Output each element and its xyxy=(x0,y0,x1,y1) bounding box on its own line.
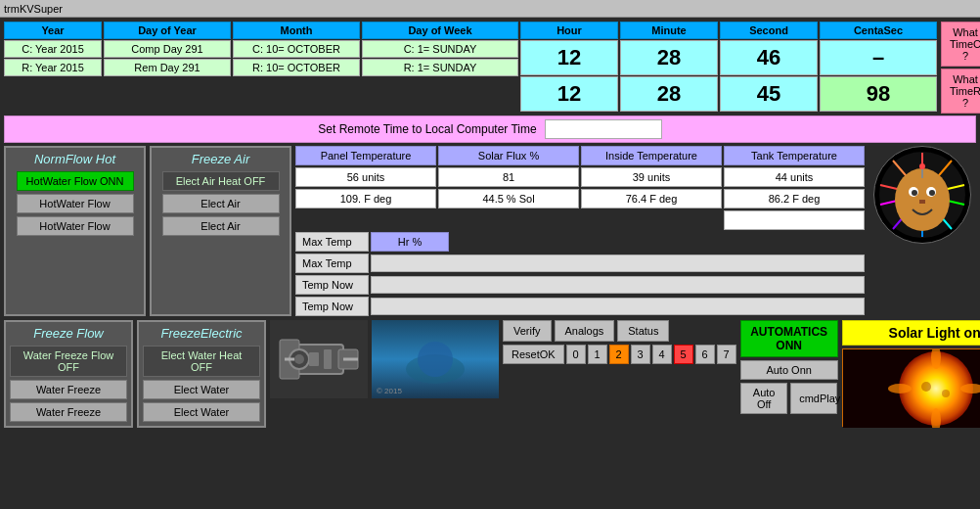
hour-r-value: 12 xyxy=(520,76,618,112)
day-of-week-header: Day of Week xyxy=(362,22,518,39)
hr-bar: Hr % xyxy=(371,232,449,252)
month-c-value: C: 10= OCTOBER xyxy=(233,40,360,58)
num-btn-0[interactable]: 0 xyxy=(566,345,586,364)
num-btn-7[interactable]: 7 xyxy=(717,345,736,364)
engine-icon xyxy=(270,320,368,398)
normflow-status[interactable]: HotWater Flow ONN xyxy=(17,171,134,191)
freeze-electric-panel: FreezeElectric Elect Water Heat OFF Elec… xyxy=(137,320,266,428)
svg-point-14 xyxy=(912,190,917,196)
freeze-air-title: Freeze Air xyxy=(192,152,249,166)
control-btns: Verify Analogs Status xyxy=(503,320,736,342)
hour-c-value: 12 xyxy=(520,40,618,75)
freeze-electric-title: FreezeElectric xyxy=(160,326,242,341)
normflow-title: NormFlow Hot xyxy=(34,152,115,166)
temp-blank-row xyxy=(295,210,865,230)
what-time-r-button[interactable]: What TimeR ? xyxy=(941,69,980,114)
day-of-week-c-value: C: 1= SUNDAY xyxy=(362,40,518,58)
month-header: Month xyxy=(233,22,360,39)
gauge-row-1: Max Temp xyxy=(295,254,865,273)
solar-label: Solar Light on xyxy=(842,320,980,346)
freeze-flow-btn1[interactable]: Water Freeze xyxy=(10,380,127,399)
freeze-air-status[interactable]: Elect Air Heat OFF xyxy=(162,171,280,191)
solar-flux-header: Solar Flux % xyxy=(438,146,579,165)
temp-headers: Panel Temperature Solar Flux % Inside Te… xyxy=(295,146,865,165)
gauge-row-3: Temp Now xyxy=(295,297,865,316)
gauge-label-3: Temp Now xyxy=(295,297,369,316)
cmd-play-button[interactable]: cmdPlay xyxy=(790,383,837,414)
temp-section: Panel Temperature Solar Flux % Inside Te… xyxy=(295,146,865,316)
inside-temp-val1: 39 units xyxy=(581,167,722,187)
month-r-value: R: 10= OCTOBER xyxy=(233,59,360,76)
panel-temp-val1: 56 units xyxy=(295,167,436,187)
num-btn-5[interactable]: 5 xyxy=(674,345,693,364)
year-r-value: R: Year 2015 xyxy=(4,59,102,76)
remote-time-bar: Set Remote Time to Local Computer Time xyxy=(4,116,976,143)
automatics-status: AUTOMATICS ONN xyxy=(740,320,838,357)
what-time-section: What TimeC ? What TimeR ? xyxy=(941,22,980,114)
verify-button[interactable]: Verify xyxy=(503,320,552,342)
hour-col: Hour 12 12 xyxy=(520,22,618,112)
solar-flux-val2: 44.5 % Sol xyxy=(438,189,579,208)
remote-time-label: Set Remote Time to Local Computer Time xyxy=(318,122,536,136)
tank-temp-val2: 86.2 F deg xyxy=(724,189,865,208)
inside-temp-header: Inside Temperature xyxy=(581,146,722,165)
normflow-btn2[interactable]: HotWater Flow xyxy=(17,216,134,236)
num-btn-1[interactable]: 1 xyxy=(588,345,607,364)
svg-point-15 xyxy=(929,190,935,196)
freeze-electric-status[interactable]: Elect Water Heat OFF xyxy=(143,346,260,377)
year-header: Year xyxy=(4,22,102,39)
svg-rect-16 xyxy=(919,200,925,204)
solar-flux-val1: 81 xyxy=(438,167,579,187)
second-header: Second xyxy=(720,22,818,39)
gauge-row-0: Max Temp Hr % xyxy=(295,232,865,252)
auto-off-button[interactable]: Auto Off xyxy=(740,383,787,414)
centasec-c-value: – xyxy=(820,40,937,75)
gauge-label-0: Max Temp xyxy=(295,232,369,252)
svg-point-38 xyxy=(921,382,931,392)
day-of-year-col: Day of Year Comp Day 291 Rem Day 291 xyxy=(104,22,231,112)
status-button[interactable]: Status xyxy=(617,320,669,342)
what-time-c-button[interactable]: What TimeC ? xyxy=(941,22,980,67)
freeze-electric-btn1[interactable]: Elect Water xyxy=(143,380,260,399)
day-of-year-c-value: Comp Day 291 xyxy=(104,40,231,58)
svg-rect-24 xyxy=(309,352,319,366)
time-grid: Year C: Year 2015 R: Year 2015 Day of Ye… xyxy=(4,22,937,112)
freeze-flow-status[interactable]: Water Freeze Flow OFF xyxy=(10,346,127,377)
freeze-flow-panel: Freeze Flow Water Freeze Flow OFF Water … xyxy=(4,320,133,428)
freeze-air-panel: Freeze Air Elect Air Heat OFF Elect Air … xyxy=(150,146,291,316)
mascot xyxy=(873,146,971,244)
auto-onn-button[interactable]: Auto Onn xyxy=(740,360,838,380)
centasec-r-value: 98 xyxy=(820,76,937,112)
image-section: © 2015 xyxy=(270,320,499,428)
automatics-section: AUTOMATICS ONN Auto Onn Auto Off cmdPlay xyxy=(740,320,838,428)
title-text: trmKVSuper xyxy=(4,3,63,15)
solar-image xyxy=(842,348,980,427)
svg-text:© 2015: © 2015 xyxy=(377,387,402,395)
auto-bottom-btns: Auto Off cmdPlay xyxy=(740,383,837,414)
ocean-image: © 2015 xyxy=(372,320,499,398)
freeze-electric-btn2[interactable]: Elect Water xyxy=(143,402,260,422)
remote-time-input[interactable] xyxy=(545,119,662,139)
freeze-air-btn1[interactable]: Elect Air xyxy=(162,194,280,213)
freeze-air-btn2[interactable]: Elect Air xyxy=(162,216,280,236)
num-btn-6[interactable]: 6 xyxy=(695,345,715,364)
second-col: Second 46 45 xyxy=(720,22,818,112)
minute-c-value: 28 xyxy=(620,40,718,75)
year-c-value: C: Year 2015 xyxy=(4,40,102,58)
num-btn-2[interactable]: 2 xyxy=(609,345,629,364)
analogs-button[interactable]: Analogs xyxy=(555,320,615,342)
reset-button[interactable]: ResetOK xyxy=(503,345,564,364)
svg-rect-25 xyxy=(324,349,332,369)
main-content: Year C: Year 2015 R: Year 2015 Day of Ye… xyxy=(0,18,980,509)
solar-section: Solar Light on xyxy=(842,320,980,428)
mascot-svg xyxy=(878,151,966,239)
freeze-flow-btn2[interactable]: Water Freeze xyxy=(10,402,127,422)
panel-temp-header: Panel Temperature xyxy=(295,146,436,165)
num-btn-4[interactable]: 4 xyxy=(652,345,672,364)
num-btn-3[interactable]: 3 xyxy=(631,345,650,364)
normflow-btn1[interactable]: HotWater Flow xyxy=(17,194,134,213)
temp-row-2: 109. F deg 44.5 % Sol 76.4 F deg 86.2 F … xyxy=(295,189,865,208)
gauge-rows: Max Temp Hr % Max Temp Temp Now Temp Now xyxy=(295,232,865,316)
day-of-year-header: Day of Year xyxy=(104,22,231,39)
gauge-label-1: Max Temp xyxy=(295,254,369,273)
